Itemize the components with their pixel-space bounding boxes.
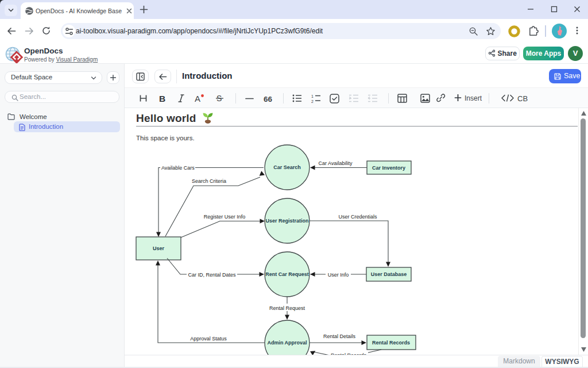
svg-text:2: 2 — [311, 99, 314, 103]
svg-text:Approval Status: Approval Status — [190, 336, 227, 342]
svg-text:Car Availability: Car Availability — [319, 160, 353, 166]
svg-text:A: A — [195, 94, 200, 103]
svg-text:Rental Records: Rental Records — [372, 340, 410, 346]
svg-text:Car Inventory: Car Inventory — [372, 165, 405, 171]
svg-text:Admin Approval: Admin Approval — [267, 340, 307, 346]
svg-text:66: 66 — [264, 95, 273, 103]
svg-text:1: 1 — [311, 94, 314, 98]
svg-text:User Registration: User Registration — [265, 218, 308, 224]
svg-text:Register User Info: Register User Info — [204, 214, 246, 220]
svg-text:B: B — [159, 94, 165, 103]
svg-text:Car Search: Car Search — [273, 164, 301, 170]
svg-text:Rent Car Request: Rent Car Request — [265, 271, 309, 277]
svg-text:Rental Details: Rental Details — [323, 334, 356, 339]
svg-text:Available Cars: Available Cars — [161, 165, 195, 171]
svg-text:Car ID, Rental Dates: Car ID, Rental Dates — [188, 272, 236, 278]
svg-text:User Credentials: User Credentials — [338, 214, 377, 220]
svg-text:Rental Request: Rental Request — [269, 305, 305, 311]
svg-text:User Info: User Info — [328, 272, 349, 278]
svg-text:User Database: User Database — [371, 271, 407, 277]
svg-text:User: User — [153, 246, 165, 251]
svg-text:Search Criteria: Search Criteria — [192, 178, 226, 184]
